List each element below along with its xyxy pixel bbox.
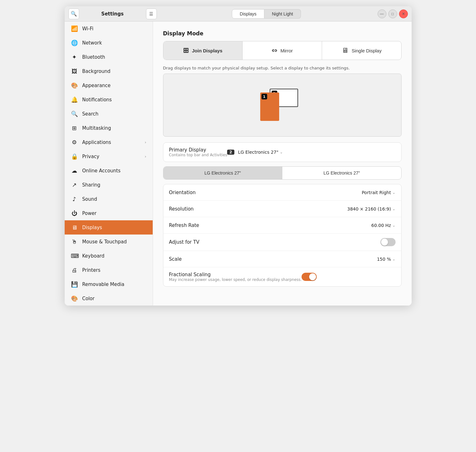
primary-display-label-block: Primary Display Contains top bar and Act… [169, 147, 227, 157]
orientation-value[interactable]: Portrait Right ⌄ [362, 190, 396, 195]
display-preview-area[interactable]: 1 2 [163, 74, 402, 137]
sidebar-item-notifications[interactable]: 🔔 Notifications [65, 92, 153, 107]
sidebar-item-online-accounts[interactable]: ☁ Online Accounts [65, 164, 153, 178]
single-display-button[interactable]: 🖥 Single Display [322, 41, 401, 60]
refresh-rate-value[interactable]: 60.00 Hz ⌄ [371, 223, 395, 228]
join-displays-button[interactable]: ⊞ Join Displays [163, 41, 243, 60]
fractional-scaling-label: Fractional Scaling [169, 272, 302, 277]
primary-display-num: 2 [227, 150, 234, 155]
scale-label: Scale [169, 256, 377, 262]
scale-value[interactable]: 150 % ⌄ [377, 257, 396, 262]
resolution-row[interactable]: Resolution 3840 × 2160 (16:9) ⌄ [163, 201, 401, 217]
monitor-tab-2[interactable]: LG Electronics 27" [282, 167, 401, 179]
sidebar-item-appearance[interactable]: 🎨 Appearance [65, 78, 153, 92]
removable-media-icon: 💾 [71, 281, 78, 288]
menu-button[interactable]: ☰ [146, 9, 157, 19]
adjust-for-tv-toggle[interactable] [380, 238, 396, 246]
resolution-text: 3840 × 2160 (16:9) [347, 206, 391, 211]
monitor-tabs: LG Electronics 27" LG Electronics 27" [163, 166, 402, 180]
search-icon: 🔍 [71, 110, 78, 117]
sidebar-item-label: Online Accounts [82, 168, 121, 174]
sidebar-item-label: Network [82, 40, 102, 46]
app-title: Settings [82, 11, 144, 17]
tab-displays[interactable]: Displays [232, 9, 264, 19]
sound-icon: ♪ [71, 196, 78, 202]
sidebar-item-power[interactable]: ⏻ Power [65, 206, 153, 220]
sidebar-item-mouse-touchpad[interactable]: 🖱 Mouse & Touchpad [65, 235, 153, 249]
display-1[interactable]: 1 [260, 92, 279, 121]
sidebar-item-sharing[interactable]: ↗ Sharing [65, 178, 153, 192]
sidebar-item-label: Color [82, 296, 95, 301]
tab-night-light[interactable]: Night Light [264, 9, 301, 19]
chevron-down-icon: ⌄ [392, 190, 395, 195]
chevron-down-icon: ⌄ [392, 223, 395, 228]
network-icon: 🌐 [71, 39, 78, 46]
mirror-button[interactable]: ⇔ Mirror [243, 41, 322, 60]
primary-display-monitor-name: LG Electronics 27" [238, 150, 279, 155]
notifications-icon: 🔔 [71, 96, 78, 103]
sidebar-item-label: Notifications [82, 97, 112, 103]
sidebar-item-displays[interactable]: 🖥 Displays [65, 220, 153, 235]
scale-text: 150 % [377, 257, 391, 262]
primary-display-value[interactable]: 2 LG Electronics 27" ⌄ [227, 150, 283, 155]
sidebar-item-applications[interactable]: ⚙ Applications › [65, 135, 153, 149]
chevron-down-icon: ⌄ [392, 257, 395, 261]
sidebar-item-search[interactable]: 🔍 Search [65, 107, 153, 121]
chevron-right-icon: › [145, 140, 146, 145]
sidebar-item-label: Privacy [82, 154, 99, 159]
content-area: Display Mode ⊞ Join Displays ⇔ Mirror 🖥 … [153, 21, 412, 306]
refresh-rate-text: 60.00 Hz [371, 223, 391, 228]
sidebar-item-background[interactable]: 🖼 Background [65, 64, 153, 78]
multitasking-icon: ⊞ [71, 125, 78, 131]
sidebar-item-label: Appearance [82, 83, 111, 88]
fractional-scaling-label-block: Fractional Scaling May increase power us… [169, 272, 302, 282]
refresh-rate-label: Refresh Rate [169, 223, 372, 228]
sidebar-item-removable-media[interactable]: 💾 Removable Media [65, 277, 153, 291]
adjust-for-tv-label: Adjust for TV [169, 239, 380, 245]
bluetooth-icon: ✦ [71, 54, 78, 60]
sidebar-item-privacy[interactable]: 🔒 Privacy › [65, 149, 153, 164]
window-controls: — □ ✕ [376, 9, 408, 18]
primary-display-label: Primary Display [169, 147, 227, 153]
sidebar-item-label: Sound [82, 196, 97, 202]
single-display-label: Single Display [352, 48, 382, 53]
sidebar-item-sound[interactable]: ♪ Sound [65, 192, 153, 206]
applications-icon: ⚙ [71, 139, 78, 146]
sidebar-item-keyboard[interactable]: ⌨ Keyboard [65, 249, 153, 263]
scale-row[interactable]: Scale 150 % ⌄ [163, 251, 401, 267]
monitor-tab-1[interactable]: LG Electronics 27" [163, 167, 283, 179]
background-icon: 🖼 [71, 68, 78, 74]
primary-display-row[interactable]: Primary Display Contains top bar and Act… [163, 143, 401, 162]
sidebar-item-color[interactable]: 🎨 Color [65, 291, 153, 306]
refresh-rate-row[interactable]: Refresh Rate 60.00 Hz ⌄ [163, 217, 401, 234]
sidebar-item-label: Removable Media [82, 282, 125, 287]
sidebar-item-bluetooth[interactable]: ✦ Bluetooth [65, 50, 153, 64]
fractional-scaling-sublabel: May increase power usage, lower speed, o… [169, 277, 302, 282]
fractional-scaling-toggle[interactable] [302, 273, 317, 281]
resolution-value[interactable]: 3840 × 2160 (16:9) ⌄ [347, 206, 396, 211]
join-displays-label: Join Displays [192, 48, 222, 53]
maximize-button[interactable]: □ [388, 9, 397, 18]
sidebar-item-label: Mouse & Touchpad [82, 239, 127, 245]
main-layout: 📶 Wi-Fi 🌐 Network ✦ Bluetooth 🖼 Backgrou… [65, 21, 412, 306]
appearance-icon: 🎨 [71, 82, 78, 89]
titlebar: 🔍 Settings ☰ Displays Night Light — □ ✕ [65, 6, 412, 21]
chevron-right-icon: › [145, 154, 146, 159]
close-button[interactable]: ✕ [399, 9, 408, 18]
sidebar-item-multitasking[interactable]: ⊞ Multitasking [65, 121, 153, 135]
drag-hint: Drag displays to match your physical dis… [163, 66, 402, 70]
minimize-button[interactable]: — [378, 9, 386, 18]
sidebar-item-label: Sharing [82, 182, 101, 188]
sidebar-item-wifi[interactable]: 📶 Wi-Fi [65, 21, 153, 36]
sidebar-item-label: Printers [82, 267, 101, 273]
join-displays-icon: ⊞ [183, 46, 189, 55]
orientation-label: Orientation [169, 190, 362, 195]
sidebar-item-network[interactable]: 🌐 Network [65, 36, 153, 50]
sidebar-item-label: Background [82, 68, 111, 74]
titlebar-left: 🔍 Settings ☰ [68, 9, 157, 19]
sidebar-item-label: Search [82, 111, 99, 117]
chevron-down-icon: ⌄ [280, 150, 283, 154]
sidebar-item-printers[interactable]: 🖨 Printers [65, 263, 153, 277]
orientation-row[interactable]: Orientation Portrait Right ⌄ [163, 184, 401, 201]
search-button[interactable]: 🔍 [68, 9, 79, 19]
